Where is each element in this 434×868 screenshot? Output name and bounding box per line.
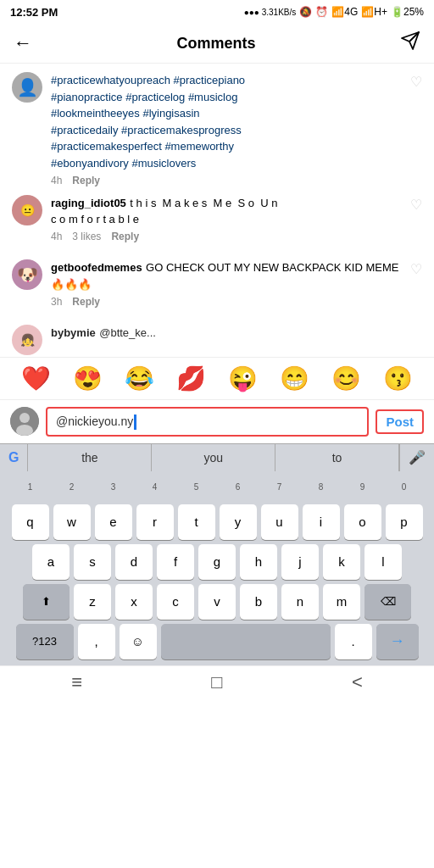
comment-meta: 3h Reply: [51, 296, 402, 308]
number-hints-row: 1 2 3 4 5 6 7 8 9 0: [2, 475, 432, 500]
space-key[interactable]: [161, 624, 331, 659]
comment-input-row: @nickieyou.ny Post: [0, 400, 434, 443]
comment-time: 4h: [51, 175, 62, 186]
kiss-emoji[interactable]: 💋: [176, 364, 206, 392]
comma-key[interactable]: ,: [78, 624, 115, 659]
emoji-bar: ❤️ 😍 😂 💋 😜 😁 😊 😗: [0, 357, 434, 400]
num-hint-6: 6: [220, 475, 257, 500]
suggestion-you[interactable]: you: [152, 444, 275, 471]
key-n[interactable]: n: [281, 584, 319, 620]
comment-username: raging_idiot05: [51, 197, 126, 209]
key-f[interactable]: f: [157, 544, 194, 580]
heart-emoji[interactable]: ❤️: [21, 364, 51, 392]
period-key[interactable]: .: [335, 624, 372, 659]
comment-content: #practicewhatyoupreach #practicepiano #p…: [51, 72, 402, 186]
laugh-emoji[interactable]: 😂: [125, 364, 154, 392]
grin-emoji[interactable]: 😁: [280, 364, 309, 392]
comment-input-wrapper[interactable]: @nickieyou.ny: [46, 407, 369, 437]
num-hint-8: 8: [303, 475, 340, 500]
key-o[interactable]: o: [344, 504, 381, 540]
svg-point-3: [19, 413, 30, 423]
key-w[interactable]: w: [53, 504, 91, 540]
comment-content: raging_idiot05 t h i s M a k e s M e S o…: [51, 195, 402, 242]
kiss2-emoji[interactable]: 😗: [383, 364, 413, 392]
numbers-key[interactable]: ?123: [16, 624, 74, 659]
suggestion-the[interactable]: the: [28, 444, 152, 471]
num-hint-3: 3: [95, 475, 132, 500]
signal-icon: 📶4G: [331, 6, 358, 18]
enter-key[interactable]: →: [376, 624, 419, 659]
key-z[interactable]: z: [74, 584, 111, 620]
num-hint-7: 7: [261, 475, 298, 500]
key-l[interactable]: l: [364, 544, 402, 580]
key-i[interactable]: i: [303, 504, 340, 540]
key-b[interactable]: b: [240, 584, 277, 620]
mute-icon: 🔕: [299, 6, 312, 18]
comment-block: 😐 raging_idiot05 t h i s M a k e s M e S…: [0, 186, 434, 251]
comment-content: getboofedmemes GO CHECK OUT MY NEW BACKP…: [51, 259, 402, 307]
num-hint-5: 5: [178, 475, 215, 500]
key-a[interactable]: a: [32, 544, 70, 580]
signal2-icon: 📶H+: [361, 6, 387, 18]
key-x[interactable]: x: [115, 584, 153, 620]
num-hint-4: 4: [136, 475, 174, 500]
avatar: 🐶: [12, 259, 42, 290]
avatar: 👤: [12, 72, 42, 103]
comment-meta: 4h Reply: [51, 175, 402, 186]
key-v[interactable]: v: [198, 584, 236, 620]
status-icons: ●●● 3.31KB/s 🔕 ⏰ 📶4G 📶H+ 🔋25%: [244, 6, 424, 18]
key-j[interactable]: j: [281, 544, 319, 580]
back-nav-icon[interactable]: <: [352, 671, 363, 693]
mic-icon[interactable]: 🎤: [409, 449, 426, 465]
comment-time: 4h: [51, 231, 62, 242]
key-r[interactable]: r: [136, 504, 174, 540]
key-h[interactable]: h: [240, 544, 277, 580]
wink-emoji[interactable]: 😜: [228, 364, 258, 392]
backspace-key[interactable]: ⌫: [364, 584, 411, 620]
comment-meta: 4h 3 likes Reply: [51, 231, 402, 242]
shift-key[interactable]: ⬆: [23, 584, 70, 620]
comment-likes: 3 likes: [72, 231, 101, 242]
network-speed: ●●● 3.31KB/s: [244, 8, 296, 17]
google-icon: G: [8, 450, 19, 465]
key-c[interactable]: c: [157, 584, 194, 620]
reply-button[interactable]: Reply: [111, 231, 139, 242]
home-square-icon[interactable]: □: [211, 671, 222, 693]
key-y[interactable]: y: [220, 504, 257, 540]
suggestion-to[interactable]: to: [275, 444, 399, 471]
emoji-key[interactable]: ☺: [120, 624, 157, 659]
num-hint-9: 9: [344, 475, 381, 500]
key-p[interactable]: p: [386, 504, 423, 540]
key-u[interactable]: u: [261, 504, 298, 540]
smile-emoji[interactable]: 😊: [331, 364, 361, 392]
key-q[interactable]: q: [12, 504, 49, 540]
like-icon[interactable]: ♡: [410, 72, 422, 90]
avatar: 😐: [12, 195, 42, 225]
keyboard-row-4: ?123 , ☺ . →: [2, 624, 432, 659]
page-title: Comments: [176, 35, 255, 53]
key-s[interactable]: s: [74, 544, 111, 580]
key-e[interactable]: e: [95, 504, 132, 540]
key-k[interactable]: k: [323, 544, 360, 580]
keyboard-suggestions: G the you to 🎤: [0, 443, 434, 471]
heart-eyes-emoji[interactable]: 😍: [73, 364, 103, 392]
keyboard-row-3: ⬆ z x c v b n m ⌫: [2, 584, 432, 620]
send-icon[interactable]: [400, 31, 420, 56]
comment-block: 👤 #practicewhatyoupreach #practicepiano …: [0, 64, 434, 186]
menu-icon[interactable]: ≡: [71, 671, 82, 693]
like-icon[interactable]: ♡: [410, 195, 422, 213]
hashtag-text: #practicewhatyoupreach #practicepiano #p…: [51, 74, 245, 170]
post-button[interactable]: Post: [376, 409, 424, 434]
back-button[interactable]: ←: [14, 32, 32, 54]
reply-button[interactable]: Reply: [72, 296, 100, 308]
key-t[interactable]: t: [178, 504, 215, 540]
reply-button[interactable]: Reply: [72, 175, 100, 186]
keyboard-row-1: q w e r t y u i o p: [2, 504, 432, 540]
key-d[interactable]: d: [115, 544, 153, 580]
alarm-icon: ⏰: [315, 6, 328, 18]
battery-icon: 🔋25%: [391, 6, 424, 18]
key-g[interactable]: g: [198, 544, 236, 580]
comment-time: 3h: [51, 296, 62, 308]
like-icon[interactable]: ♡: [410, 259, 422, 277]
key-m[interactable]: m: [323, 584, 360, 620]
